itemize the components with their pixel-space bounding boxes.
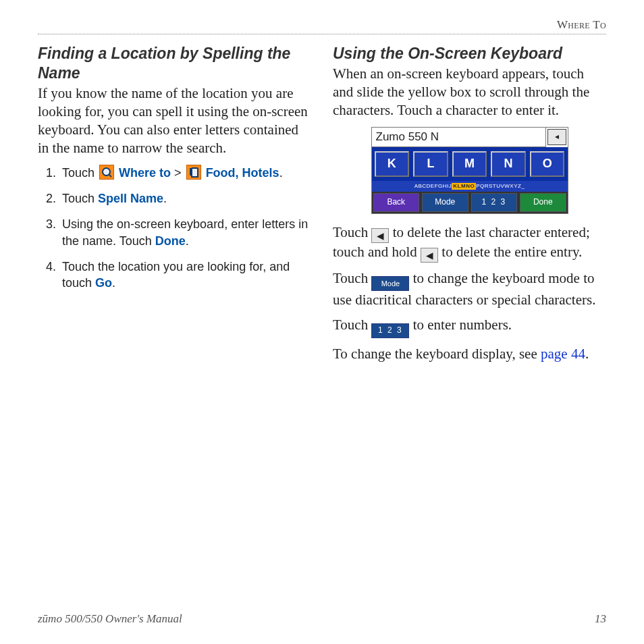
food-hotels-icon	[186, 165, 201, 180]
section-title-keyboard: Using the On-Screen Keyboard	[333, 44, 606, 63]
keyword-done: Done	[155, 234, 186, 248]
keyword-food-hotels: Food, Hotels	[206, 166, 279, 180]
section-title-finding: Finding a Location by Spelling the Name	[38, 44, 311, 83]
manual-page: Where To Finding a Location by Spelling …	[0, 0, 644, 644]
step-4: Touch the location you are looking for, …	[59, 259, 311, 292]
left-column: Finding a Location by Spelling the Name …	[38, 41, 311, 370]
right-column: Using the On-Screen Keyboard When an on-…	[333, 41, 606, 370]
kb-done-button[interactable]: Done	[520, 193, 566, 212]
keyword-spell-name: Spell Name	[98, 192, 163, 205]
kb-back-button[interactable]: Back	[373, 193, 420, 212]
step-1: Touch Where to > Food, Hotels.	[59, 165, 311, 181]
backspace-icon: ◂	[371, 228, 389, 243]
running-head: Where To	[38, 18, 606, 32]
kb-numbers-button[interactable]: 1 2 3	[471, 193, 518, 212]
kb-key-k[interactable]: K	[375, 151, 410, 177]
mode-button-icon: Mode	[371, 276, 409, 291]
kb-key-row: K L M N O	[372, 147, 568, 181]
keyword-go: Go	[95, 276, 112, 290]
footer-title: zūmo 500/550 Owner's Manual	[38, 612, 182, 626]
para-delete: Touch ◂ to delete the last character ent…	[333, 223, 606, 262]
para-mode: Touch Mode to change the keyboard mode t…	[333, 269, 606, 309]
numbers-button-icon: 1 2 3	[371, 323, 409, 338]
kb-backspace-button[interactable]: ◂	[547, 129, 566, 145]
kb-mode-button[interactable]: Mode	[422, 193, 468, 212]
page-44-link[interactable]: page 44	[541, 346, 585, 362]
kb-key-o[interactable]: O	[530, 151, 565, 177]
left-intro: If you know the name of the location you…	[38, 84, 311, 158]
content-columns: Finding a Location by Spelling the Name …	[38, 41, 606, 370]
kb-entry-field[interactable]: Zumo 550 N	[372, 128, 546, 147]
kb-alpha-strip[interactable]: ABCDEFGHIJKLMNOPQRSTUVWXYZ_	[372, 181, 568, 192]
kb-key-l[interactable]: L	[413, 151, 448, 177]
keyword-where-to: Where to	[119, 166, 171, 180]
para-display-ref: To change the keyboard display, see page…	[333, 345, 606, 363]
page-number: 13	[595, 612, 606, 626]
magnifier-icon	[99, 165, 114, 180]
backspace-icon: ◂	[421, 248, 438, 263]
para-numbers: Touch 1 2 3 to enter numbers.	[333, 316, 606, 338]
page-footer: zūmo 500/550 Owner's Manual 13	[38, 612, 606, 626]
kb-entry-row: Zumo 550 N ◂	[372, 128, 568, 147]
step-2: Touch Spell Name.	[59, 190, 311, 207]
steps-list: Touch Where to > Food, Hotels. Touch Spe…	[38, 165, 311, 292]
header-rule	[38, 34, 606, 34]
kb-key-n[interactable]: N	[491, 151, 526, 177]
kb-bottom-row: Back Mode 1 2 3 Done	[372, 192, 568, 213]
right-intro: When an on-screen keyboard appears, touc…	[333, 65, 606, 120]
step-3: Using the on-screen keyboard, enter lett…	[59, 216, 311, 249]
keyboard-figure: Zumo 550 N ◂ K L M N O ABCDEFGHIJKLMNOPQ…	[371, 127, 568, 214]
kb-key-m[interactable]: M	[452, 151, 487, 177]
